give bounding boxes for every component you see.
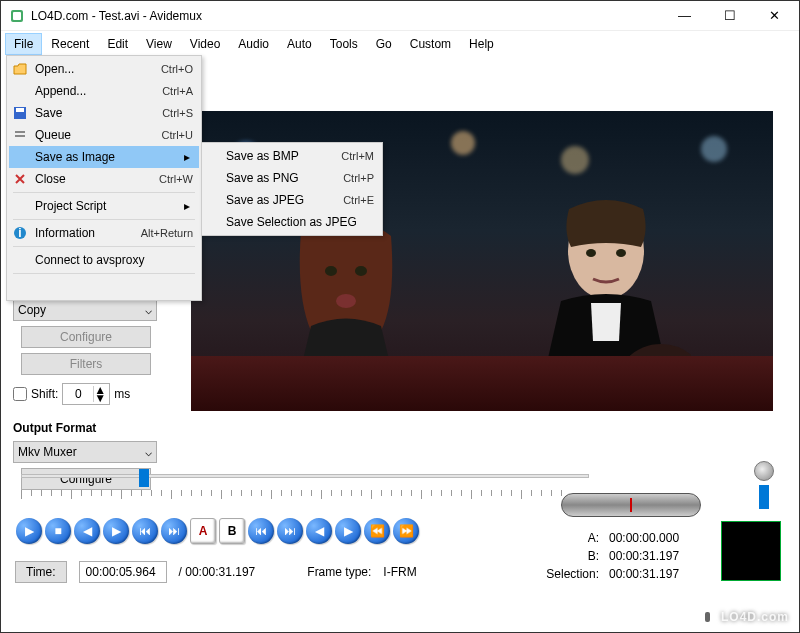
submenu-shortcut: Ctrl+M xyxy=(341,150,374,162)
output-format-value: Mkv Muxer xyxy=(18,445,77,459)
selection-label: Selection: xyxy=(541,567,599,581)
svg-rect-3 xyxy=(16,108,24,112)
menu-open-shortcut: Ctrl+O xyxy=(161,63,193,75)
volume-control xyxy=(754,461,774,509)
menu-help[interactable]: Help xyxy=(460,33,503,55)
last-frame-button[interactable]: ⏩ xyxy=(393,518,419,544)
marker-a-label: A: xyxy=(541,531,599,545)
menu-information-label: Information xyxy=(35,226,141,240)
svg-rect-4 xyxy=(15,131,25,133)
duration-value: / 00:00:31.197 xyxy=(179,565,256,579)
shift-spinner[interactable]: ▲▼ xyxy=(62,383,110,405)
prev-black-button[interactable]: ◀ xyxy=(306,518,332,544)
submenu-save-selection-jpeg[interactable]: Save Selection as JPEG xyxy=(204,211,380,233)
menu-separator xyxy=(13,273,195,274)
stop-button[interactable]: ■ xyxy=(45,518,71,544)
next-keyframe-button[interactable]: ⏭ xyxy=(161,518,187,544)
submenu-label: Save Selection as JPEG xyxy=(226,215,374,229)
output-format-label: Output Format xyxy=(13,421,96,435)
output-format-select[interactable]: Mkv Muxer ⌵ xyxy=(13,441,157,463)
menu-append[interactable]: Append... Ctrl+A xyxy=(9,80,199,102)
menu-audio[interactable]: Audio xyxy=(229,33,278,55)
slider-handle[interactable] xyxy=(139,469,149,487)
menu-custom[interactable]: Custom xyxy=(401,33,460,55)
car-dashboard xyxy=(191,356,773,411)
menu-open[interactable]: Open... Ctrl+O xyxy=(9,58,199,80)
menu-quit[interactable] xyxy=(9,276,199,298)
shift-unit: ms xyxy=(114,387,130,401)
set-marker-b-button[interactable]: B xyxy=(219,518,245,544)
first-frame-button[interactable]: ⏪ xyxy=(364,518,390,544)
titlebar: LO4D.com - Test.avi - Avidemux — ☐ ✕ xyxy=(1,1,799,31)
close-button[interactable]: ✕ xyxy=(752,1,797,30)
volume-slider[interactable] xyxy=(759,485,769,509)
menu-project-script[interactable]: Project Script ▸ xyxy=(9,195,199,217)
marker-b-label: B: xyxy=(541,549,599,563)
menu-separator xyxy=(13,219,195,220)
submenu-save-png[interactable]: Save as PNG Ctrl+P xyxy=(204,167,380,189)
menu-save-as-image-label: Save as Image xyxy=(35,150,181,164)
spinner-buttons[interactable]: ▲▼ xyxy=(93,386,107,402)
app-icon xyxy=(9,8,25,24)
menu-file[interactable]: File xyxy=(5,33,42,55)
timeline-slider[interactable] xyxy=(21,466,779,486)
audio-output-select[interactable]: Copy ⌵ xyxy=(13,299,157,321)
menu-tools[interactable]: Tools xyxy=(321,33,367,55)
menu-project-script-label: Project Script xyxy=(35,199,181,213)
window-controls: — ☐ ✕ xyxy=(662,1,797,30)
menu-save[interactable]: Save Ctrl+S xyxy=(9,102,199,124)
bokeh-light xyxy=(701,136,727,162)
prev-keyframe-button[interactable]: ⏮ xyxy=(132,518,158,544)
svg-point-10 xyxy=(355,266,367,276)
submenu-save-jpeg[interactable]: Save as JPEG Ctrl+E xyxy=(204,189,380,211)
time-value[interactable]: 00:00:05.964 xyxy=(79,561,167,583)
blank-icon xyxy=(11,198,29,214)
menu-video[interactable]: Video xyxy=(181,33,229,55)
jog-wheel[interactable] xyxy=(561,493,701,517)
folder-open-icon xyxy=(11,61,29,77)
submenu-label: Save as BMP xyxy=(226,149,341,163)
svg-point-9 xyxy=(325,266,337,276)
shift-checkbox[interactable] xyxy=(13,387,27,401)
menu-go[interactable]: Go xyxy=(367,33,401,55)
audio-filters-button[interactable]: Filters xyxy=(21,353,151,375)
menu-save-as-image[interactable]: Save as Image ▸ xyxy=(9,146,199,168)
menu-close-shortcut: Ctrl+W xyxy=(159,173,193,185)
menu-recent[interactable]: Recent xyxy=(42,33,98,55)
minimize-button[interactable]: — xyxy=(662,1,707,30)
submenu-shortcut: Ctrl+E xyxy=(343,194,374,206)
menu-information-shortcut: Alt+Return xyxy=(141,227,193,239)
volume-knob[interactable] xyxy=(754,461,774,481)
menu-auto[interactable]: Auto xyxy=(278,33,321,55)
prev-frame-button[interactable]: ◀ xyxy=(74,518,100,544)
next-frame-button[interactable]: ▶ xyxy=(103,518,129,544)
slider-rail xyxy=(21,474,589,478)
menu-information[interactable]: i Information Alt+Return xyxy=(9,222,199,244)
set-marker-a-button[interactable]: A xyxy=(190,518,216,544)
chevron-down-icon: ⌵ xyxy=(145,303,152,317)
audio-configure-button[interactable]: Configure xyxy=(21,326,151,348)
menu-close-label: Close xyxy=(35,172,159,186)
menu-queue[interactable]: Queue Ctrl+U xyxy=(9,124,199,146)
maximize-button[interactable]: ☐ xyxy=(707,1,752,30)
blank-icon xyxy=(11,83,29,99)
frame-type-value: I-FRM xyxy=(383,565,416,579)
goto-marker-a-button[interactable]: ⏮ xyxy=(248,518,274,544)
menu-avsproxy[interactable]: Connect to avsproxy xyxy=(9,249,199,271)
menu-close[interactable]: Close Ctrl+W xyxy=(9,168,199,190)
goto-marker-b-button[interactable]: ⏭ xyxy=(277,518,303,544)
menu-append-shortcut: Ctrl+A xyxy=(162,85,193,97)
menu-view[interactable]: View xyxy=(137,33,181,55)
play-button[interactable]: ▶ xyxy=(16,518,42,544)
save-icon xyxy=(11,105,29,121)
watermark-icon xyxy=(699,608,717,626)
next-black-button[interactable]: ▶ xyxy=(335,518,361,544)
menu-save-shortcut: Ctrl+S xyxy=(162,107,193,119)
menu-edit[interactable]: Edit xyxy=(98,33,137,55)
bottom-info: Time: 00:00:05.964 / 00:00:31.197 Frame … xyxy=(15,561,417,583)
svg-rect-5 xyxy=(15,135,25,137)
chevron-down-icon: ⌵ xyxy=(145,445,152,459)
shift-value[interactable] xyxy=(63,387,93,401)
svg-text:i: i xyxy=(18,226,21,240)
submenu-save-bmp[interactable]: Save as BMP Ctrl+M xyxy=(204,145,380,167)
